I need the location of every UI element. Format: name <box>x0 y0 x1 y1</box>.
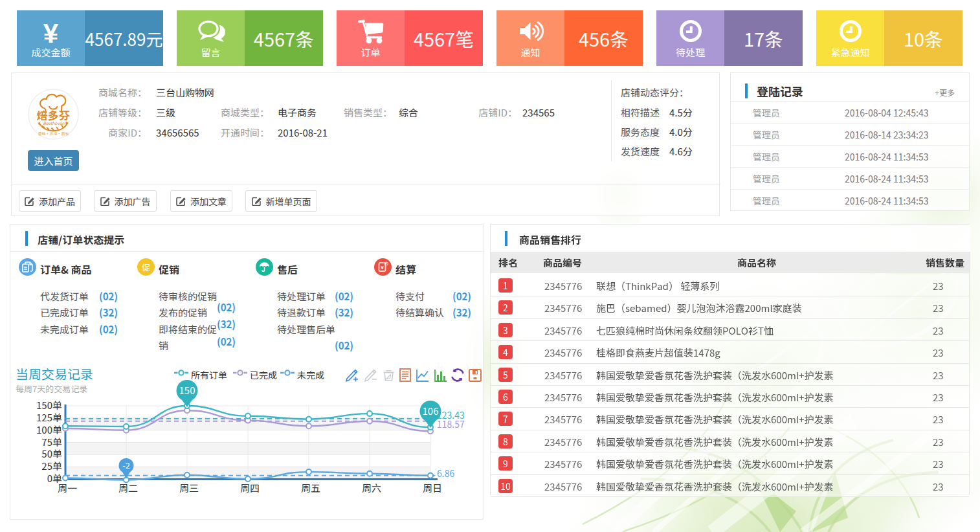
svg-text:50单: 50单 <box>41 447 62 460</box>
svg-text:150: 150 <box>179 383 195 397</box>
svg-text:6.86: 6.86 <box>437 467 454 480</box>
svg-text:125单: 125单 <box>36 410 62 424</box>
svg-text:周日: 周日 <box>423 481 442 494</box>
svg-text:100单: 100单 <box>36 423 62 436</box>
svg-text:周一: 周一 <box>58 481 77 494</box>
svg-text:周五: 周五 <box>301 481 320 494</box>
svg-text:75单: 75单 <box>41 435 62 449</box>
svg-text:周二: 周二 <box>118 481 138 494</box>
svg-text:-2: -2 <box>122 459 130 471</box>
svg-text:106: 106 <box>423 404 439 417</box>
svg-text:周六: 周六 <box>362 481 381 494</box>
svg-text:周三: 周三 <box>179 481 199 494</box>
svg-text:118.57: 118.57 <box>437 417 465 430</box>
svg-text:150单: 150单 <box>36 398 62 412</box>
svg-text:周四: 周四 <box>240 481 260 494</box>
svg-text:25单: 25单 <box>41 459 62 472</box>
svg-text:蛋糕·烘焙·面包: 蛋糕·烘焙·面包 <box>38 131 69 137</box>
